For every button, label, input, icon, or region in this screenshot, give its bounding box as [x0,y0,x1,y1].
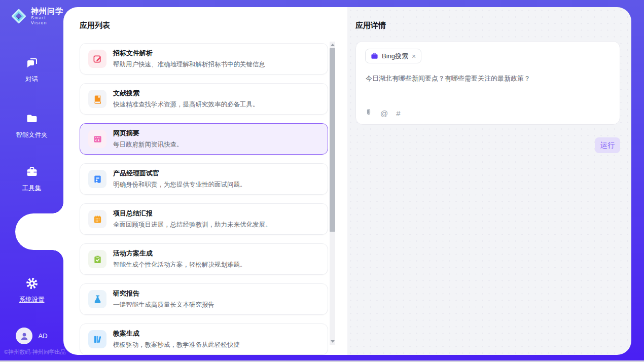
query-input[interactable]: 今日湖北有哪些新闻要点？有哪些需要关注的最新政策？ [366,74,610,83]
scrollbar-up-arrow-icon[interactable] [331,44,335,46]
app-card-title: 网页摘要 [113,129,183,138]
app-card-desc: 帮助用户快速、准确地理解和解析招标书中的关键信息 [113,60,265,69]
folder-icon [25,112,39,127]
activity-plan-icon [88,250,106,268]
app-list-title: 应用列表 [80,21,110,30]
brand-logo: 神州问学 Smart Vision [10,7,63,25]
attachment-icon[interactable] [365,108,372,118]
research-report-icon [88,290,106,308]
app-card-title: 项目总结汇报 [113,209,272,218]
app-card-desc: 明确身份和职责，为您提供专业性的面试问题。 [113,180,246,189]
project-report-icon [88,210,106,228]
app-card-lesson-plan[interactable]: 教案生成 模板驱动，教案秒成，教学准备从此轻松快捷 [80,323,328,355]
app-card-title: 活动方案生成 [113,249,246,258]
tool-tag-bing-search[interactable]: Bing搜索 × [365,49,421,63]
web-summary-icon [88,130,106,148]
pm-interviewer-icon [88,170,106,188]
app-window: 神州问学 Smart Vision 对话 智能文件夹 [0,0,644,362]
user-account[interactable]: AD [0,328,63,344]
app-card-desc: 一键智能生成高质量长文本研究报告 [113,301,214,309]
app-card-pm-interviewer[interactable]: 产品经理面试官 明确身份和职责，为您提供专业性的面试问题。 [80,163,328,195]
main-panel: 应用列表 招标文件解析 帮助用户快速、准确地理解和解析招标书中的关键信息 [63,7,631,355]
app-card-project-report[interactable]: 项目总结汇报 全面回顾项目进展，总结经验教训，助力未来优化发展。 [80,203,328,235]
app-card-title: 招标文件解析 [113,49,265,58]
app-card-title: 研究报告 [113,289,214,298]
gear-icon [25,277,39,292]
sidebar-item-label: 系统设置 [19,296,45,304]
editor-toolbar: @ # [365,108,401,118]
bid-document-icon [88,50,106,68]
app-card-activity-plan[interactable]: 活动方案生成 智能生成个性化活动方案，轻松解决规划难题。 [80,243,328,275]
literature-search-icon [88,90,106,108]
brand-diamond-icon [10,8,27,25]
copyright-footer: ©神州数码·神州问学出品 [4,348,66,356]
prompt-editor-card: Bing搜索 × 今日湖北有哪些新闻要点？有哪些需要关注的最新政策？ @ # [355,41,620,125]
hash-icon[interactable]: # [396,109,400,118]
lesson-plan-icon [88,330,106,348]
app-card-research-report[interactable]: 研究报告 一键智能生成高质量长文本研究报告 [80,283,328,315]
app-card-desc: 智能生成个性化活动方案，轻松解决规划难题。 [113,261,246,269]
sidebar-item-settings[interactable]: 系统设置 [0,277,63,304]
sidebar-item-label: 对话 [25,75,38,84]
app-detail-pane: 应用详情 Bing搜索 × 今日湖北有哪些新闻要点？有哪些需要关注的最新政策？ [347,7,631,355]
scrollbar-down-arrow-icon[interactable] [331,340,335,343]
app-card-title: 文献搜索 [113,89,259,98]
app-card-desc: 模板驱动，教案秒成，教学准备从此轻松快捷 [113,341,240,349]
app-card-desc: 每日政府新闻资讯快查。 [113,140,183,149]
tool-tag-label: Bing搜索 [382,52,408,61]
app-card-literature-search[interactable]: 文献搜索 快速精准查找学术资源，提高研究效率的必备工具。 [80,83,328,115]
user-name: AD [38,332,47,340]
app-card-bid-document[interactable]: 招标文件解析 帮助用户快速、准确地理解和解析招标书中的关键信息 [80,43,328,75]
app-card-list: 招标文件解析 帮助用户快速、准确地理解和解析招标书中的关键信息 文献搜索 [80,43,328,355]
person-icon [19,331,29,341]
sidebar-item-toolset[interactable]: 工具集 [0,165,63,193]
app-card-web-summary[interactable]: 网页摘要 每日政府新闻资讯快查。 [80,123,328,155]
scrollbar[interactable] [330,42,335,345]
app-card-title: 教案生成 [113,329,240,338]
scrollbar-thumb[interactable] [330,48,335,232]
app-card-desc: 快速精准查找学术资源，提高研究效率的必备工具。 [113,100,259,109]
active-nav-bubble [15,213,63,250]
app-detail-title: 应用详情 [355,21,386,30]
sidebar-item-label: 工具集 [22,184,42,193]
run-button[interactable]: 运行 [595,137,620,153]
toolbox-icon [25,165,39,180]
sidebar-item-label: 智能文件夹 [16,131,48,139]
app-card-title: 产品经理面试官 [113,169,246,178]
sidebar-item-smart-folder[interactable]: 智能文件夹 [0,112,63,139]
close-icon[interactable]: × [412,53,416,60]
mention-icon[interactable]: @ [380,109,388,118]
briefcase-icon [371,52,378,60]
chat-icon [25,56,39,71]
avatar [16,328,32,344]
sidebar-item-chat[interactable]: 对话 [0,56,63,84]
app-card-desc: 全面回顾项目进展，总结经验教训，助力未来优化发展。 [113,221,272,229]
sidebar: 神州问学 Smart Vision 对话 智能文件夹 [0,0,63,362]
app-list-pane: 应用列表 招标文件解析 帮助用户快速、准确地理解和解析招标书中的关键信息 [63,7,347,355]
brand-name: 神州问学 [31,7,63,15]
brand-subtitle: Smart Vision [31,15,63,25]
